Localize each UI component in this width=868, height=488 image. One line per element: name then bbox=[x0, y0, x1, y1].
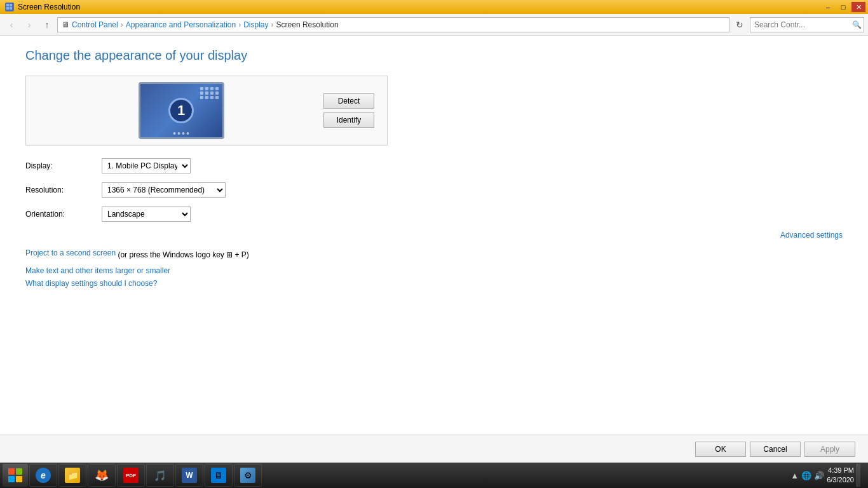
apply-button[interactable]: Apply bbox=[804, 442, 855, 457]
detect-button[interactable]: Detect bbox=[323, 93, 374, 109]
breadcrumb-sep2: › bbox=[238, 20, 241, 29]
taskbar-app-firefox[interactable]: 🦊 bbox=[88, 464, 116, 487]
vlc-icon: 🎵 bbox=[153, 468, 168, 483]
word-icon: W bbox=[182, 468, 197, 483]
ok-button[interactable]: OK bbox=[695, 442, 746, 457]
breadcrumb: 🖥 Control Panel › Appearance and Persona… bbox=[57, 17, 729, 32]
taskbar-app-pdf[interactable]: PDF bbox=[117, 464, 145, 487]
svg-rect-2 bbox=[6, 7, 9, 10]
window-controls: – □ ✕ bbox=[821, 2, 865, 12]
taskbar-app-explorer[interactable]: 📁 bbox=[58, 464, 86, 487]
forward-button[interactable]: › bbox=[22, 17, 37, 32]
display-label: Display: bbox=[25, 161, 102, 170]
bottom-bar: OK Cancel Apply bbox=[0, 435, 868, 463]
orientation-select[interactable]: Landscape bbox=[102, 207, 191, 222]
breadcrumb-sep3: › bbox=[271, 20, 274, 29]
breadcrumb-computer-icon: 🖥 bbox=[62, 20, 69, 29]
search-input[interactable] bbox=[754, 20, 850, 29]
window-title: Screen Resolution bbox=[18, 3, 80, 11]
orientation-label: Orientation: bbox=[25, 210, 102, 219]
up-button[interactable]: ↑ bbox=[39, 17, 55, 32]
tray-clock[interactable]: 4:39 PM 6/3/2020 bbox=[827, 466, 854, 485]
refresh-button[interactable]: ↻ bbox=[732, 17, 747, 32]
taskbar: e 📁 🦊 PDF 🎵 W 🖥 ⚙ ▲ 🌐 🔊 4:39 PM 6/3/2020 bbox=[0, 463, 868, 488]
minimize-button[interactable]: – bbox=[821, 2, 835, 12]
taskbar-app-vlc[interactable]: 🎵 bbox=[146, 464, 174, 487]
back-button[interactable]: ‹ bbox=[4, 17, 19, 32]
pdf-icon: PDF bbox=[123, 468, 139, 483]
start-sq2 bbox=[16, 468, 22, 475]
svg-rect-0 bbox=[6, 4, 9, 6]
app-icon bbox=[5, 3, 14, 11]
start-icon bbox=[8, 468, 22, 482]
taskbar-app-remotedesktop[interactable]: 🖥 bbox=[205, 464, 233, 487]
remotedesktop-icon: 🖥 bbox=[211, 468, 226, 483]
close-button[interactable]: ✕ bbox=[851, 2, 865, 12]
taskbar-app-ie[interactable]: e bbox=[29, 464, 57, 487]
tray-speaker-icon[interactable]: 🔊 bbox=[814, 471, 824, 480]
monitor-preview: 1 bbox=[139, 82, 224, 139]
breadcrumb-screenres: Screen Resolution bbox=[276, 20, 339, 29]
title-bar-left: Screen Resolution bbox=[5, 3, 80, 11]
start-sq3 bbox=[8, 476, 15, 482]
display-settings-link[interactable]: What display settings should I choose? bbox=[25, 279, 843, 288]
project-screen-link[interactable]: Project to a second screen bbox=[25, 248, 116, 257]
project-suffix: (or press the Windows logo key ⊞ + P) bbox=[116, 250, 249, 259]
cp-icon: ⚙ bbox=[240, 468, 255, 483]
cancel-button[interactable]: Cancel bbox=[750, 442, 801, 457]
monitor-grid bbox=[200, 87, 219, 99]
clock-time: 4:39 PM bbox=[827, 466, 854, 475]
start-sq1 bbox=[8, 468, 15, 475]
svg-rect-1 bbox=[10, 4, 12, 6]
resolution-label: Resolution: bbox=[25, 186, 102, 194]
text-size-link[interactable]: Make text and other items larger or smal… bbox=[25, 266, 843, 275]
advanced-settings-link[interactable]: Advanced settings bbox=[25, 231, 843, 240]
search-bar: 🔍 bbox=[750, 17, 864, 32]
title-bar: Screen Resolution – □ ✕ bbox=[0, 0, 868, 14]
tray-network-icon[interactable]: 🌐 bbox=[801, 471, 811, 480]
orientation-row: Orientation: Landscape bbox=[25, 207, 843, 222]
breadcrumb-controlpanel[interactable]: Control Panel bbox=[72, 20, 118, 29]
clock-date: 6/3/2020 bbox=[827, 475, 854, 485]
ie-icon: e bbox=[36, 468, 51, 483]
maximize-button[interactable]: □ bbox=[836, 2, 850, 12]
detect-identify-area: Detect Identify bbox=[323, 93, 374, 128]
taskbar-app-cp[interactable]: ⚙ bbox=[234, 464, 262, 487]
monitor-dots bbox=[173, 132, 189, 135]
show-desktop-button[interactable] bbox=[857, 464, 860, 487]
main-content: Change the appearance of your display 1 bbox=[0, 36, 868, 435]
taskbar-app-word[interactable]: W bbox=[175, 464, 203, 487]
display-row: Display: 1. Mobile PC Display bbox=[25, 158, 843, 173]
breadcrumb-sep1: › bbox=[121, 20, 123, 29]
breadcrumb-appearance[interactable]: Appearance and Personalization bbox=[126, 20, 236, 29]
breadcrumb-display[interactable]: Display bbox=[243, 20, 268, 29]
resolution-select[interactable]: 868 × 488 (Recommended) bbox=[102, 182, 226, 198]
start-sq4 bbox=[16, 476, 22, 482]
links-section: Project to a second screen (or press the… bbox=[25, 248, 843, 288]
system-tray: ▲ 🌐 🔊 4:39 PM 6/3/2020 bbox=[785, 464, 865, 487]
explorer-icon: 📁 bbox=[65, 468, 80, 483]
display-preview-box: 1 Detect Identify bbox=[25, 76, 388, 146]
monitor-number: 1 bbox=[168, 98, 194, 123]
tray-expand-icon[interactable]: ▲ bbox=[790, 471, 799, 480]
resolution-row: Resolution: 868 × 488 (Recommended) bbox=[25, 182, 843, 198]
search-icon: 🔍 bbox=[852, 20, 862, 29]
page-title: Change the appearance of your display bbox=[25, 48, 843, 63]
address-bar: ‹ › ↑ 🖥 Control Panel › Appearance and P… bbox=[0, 14, 868, 36]
start-button[interactable] bbox=[3, 464, 28, 487]
display-select[interactable]: 1. Mobile PC Display bbox=[102, 158, 191, 173]
identify-button[interactable]: Identify bbox=[323, 112, 374, 128]
svg-rect-3 bbox=[10, 7, 12, 10]
firefox-icon: 🦊 bbox=[94, 468, 109, 483]
